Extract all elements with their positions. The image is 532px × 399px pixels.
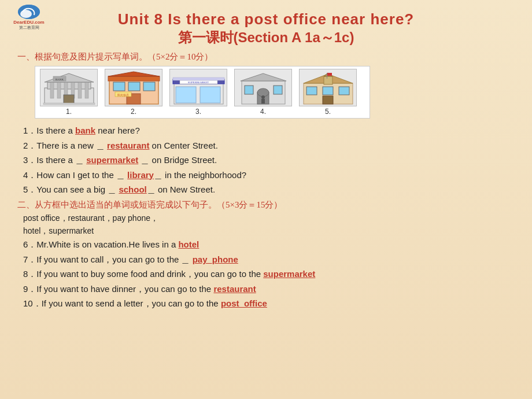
svg-rect-14 <box>43 103 95 105</box>
img-label-1: 1. <box>66 108 72 116</box>
logo-site-text: DearEDU.com <box>13 20 44 25</box>
q10-before: 10．If you want to send a letter，you can … <box>23 298 221 308</box>
q4-before: 4．How can I get to the ＿ <box>23 170 127 180</box>
svg-point-37 <box>261 95 265 99</box>
page: DearEDU.com 第二教育网 Unit 8 Is there a post… <box>0 0 532 399</box>
svg-rect-45 <box>339 87 349 95</box>
svg-rect-5 <box>57 82 61 98</box>
svg-marker-17 <box>108 72 160 76</box>
q10-answer: post_office <box>221 298 267 308</box>
section2-header: 二、从方框中选出适当的单词或短语完成以下句子。（5×3分＝15分） <box>17 200 515 210</box>
svg-point-1 <box>20 10 32 18</box>
image-row: BANK 1. <box>35 66 370 119</box>
section2-questions: 6．Mr.White is on vacation.He lives in a … <box>23 237 515 311</box>
q8-answer: supermarket <box>263 269 315 279</box>
img-box-bank: BANK <box>40 69 98 106</box>
question-4: 4．How can I get to the ＿ library＿ in the… <box>23 168 515 183</box>
q9-before: 9．If you want to have dinner，you can go … <box>23 284 213 294</box>
question-10: 10．If you want to send a letter，you can … <box>23 296 515 311</box>
q7-answer: pay_phone <box>193 254 238 264</box>
q3-answer: supermarket <box>86 155 138 165</box>
q4-answer: library <box>127 170 154 180</box>
q2-answer: restaurant <box>107 141 149 150</box>
q5-before: 5．You can see a big ＿ <box>23 184 119 194</box>
svg-rect-19 <box>128 82 140 91</box>
svg-rect-16 <box>108 76 160 81</box>
img-label-2: 2. <box>131 108 136 116</box>
q3-after: ＿ on Bridge Street. <box>138 155 217 165</box>
svg-rect-44 <box>323 87 333 95</box>
q8-before: 8．If you want to buy some food and drink… <box>23 269 263 279</box>
svg-rect-9 <box>85 82 88 98</box>
svg-rect-8 <box>78 82 82 98</box>
svg-text:SUPERMARKET: SUPERMARKET <box>187 81 209 84</box>
img-box-restaurant: 阳光饭店 <box>105 69 162 106</box>
svg-rect-47 <box>327 73 327 79</box>
img-label-5: 5. <box>325 108 331 116</box>
img-item-restaurant: 阳光饭店 2. <box>102 69 165 116</box>
logo-subtitle-text: 第二教育网 <box>19 25 39 31</box>
question-9: 9．If you want to have dinner，you can go … <box>23 282 515 297</box>
logo-icon <box>18 5 40 19</box>
svg-rect-36 <box>274 86 282 94</box>
svg-rect-4 <box>50 82 54 98</box>
question-8: 8．If you want to buy some food and drink… <box>23 267 515 282</box>
svg-text:阳光饭店: 阳光饭店 <box>117 93 129 97</box>
img-box-school <box>299 69 357 106</box>
svg-rect-38 <box>261 99 265 104</box>
img-box-supermarket: SUPERMARKET <box>169 69 227 106</box>
title-line2: 第一课时(Section A 1a～1c) <box>17 28 515 47</box>
img-label-4: 4. <box>260 108 266 116</box>
q1-after: near here? <box>95 125 140 135</box>
img-item-bank: BANK 1. <box>38 69 100 116</box>
svg-rect-29 <box>200 87 220 103</box>
svg-marker-32 <box>241 73 286 81</box>
svg-rect-35 <box>245 86 253 94</box>
img-item-school: 5. <box>297 69 359 116</box>
svg-rect-28 <box>176 87 196 103</box>
question-7: 7．If you want to call，you can go to the … <box>23 252 515 267</box>
q5-after: ＿ on New Street. <box>147 184 215 194</box>
q3-before: 3．Is there a ＿ <box>23 155 86 165</box>
svg-rect-46 <box>323 96 333 104</box>
q7-before: 7．If you want to call，you can go to the … <box>23 254 193 264</box>
q2-before: 2．There is a new ＿ <box>23 141 107 150</box>
q6-before: 6．Mr.White is on vacation.He lives in a <box>23 239 178 249</box>
q6-answer: hotel <box>178 239 199 249</box>
q1-answer: bank <box>75 125 95 135</box>
svg-text:BANK: BANK <box>55 78 64 81</box>
section1-header: 一、根据句意及图片提示写单词。（5×2分＝10分） <box>17 51 515 62</box>
svg-rect-11 <box>64 95 74 104</box>
img-label-3: 3. <box>195 108 201 116</box>
svg-rect-18 <box>113 82 125 91</box>
logo: DearEDU.com 第二教育网 <box>6 5 52 31</box>
q5-answer: school <box>119 184 146 194</box>
svg-rect-41 <box>324 76 332 84</box>
question-3: 3．Is there a ＿ supermarket ＿ on Bridge S… <box>23 153 515 168</box>
img-item-library: 4. <box>232 69 294 116</box>
img-item-supermarket: SUPERMARKET 3. <box>167 69 230 116</box>
q1-num: 1．Is there a <box>23 125 75 135</box>
question-1: 1．Is there a bank near here? <box>23 123 515 138</box>
word-box: post office，restaurant，pay phone， hotel，… <box>23 212 515 238</box>
svg-point-34 <box>257 88 269 97</box>
q2-after: on Center Street. <box>149 141 217 150</box>
svg-rect-20 <box>143 82 155 91</box>
svg-rect-30 <box>173 77 224 80</box>
question-5: 5．You can see a big ＿ school＿ on New Str… <box>23 182 515 197</box>
svg-rect-43 <box>306 87 317 95</box>
title-line1: Unit 8 Is there a post office near here? <box>17 10 515 28</box>
q9-answer: restaurant <box>213 284 256 294</box>
title-section: Unit 8 Is there a post office near here?… <box>17 6 515 47</box>
svg-marker-10 <box>45 73 94 82</box>
question-2: 2．There is a new ＿ restaurant on Center … <box>23 138 515 153</box>
section1-questions: 1．Is there a bank near here? 2．There is … <box>23 123 515 197</box>
img-box-library <box>234 69 292 106</box>
question-6: 6．Mr.White is on vacation.He lives in a … <box>23 237 515 252</box>
svg-rect-48 <box>327 73 332 76</box>
q4-after: ＿ in the neighborhood? <box>154 170 246 180</box>
